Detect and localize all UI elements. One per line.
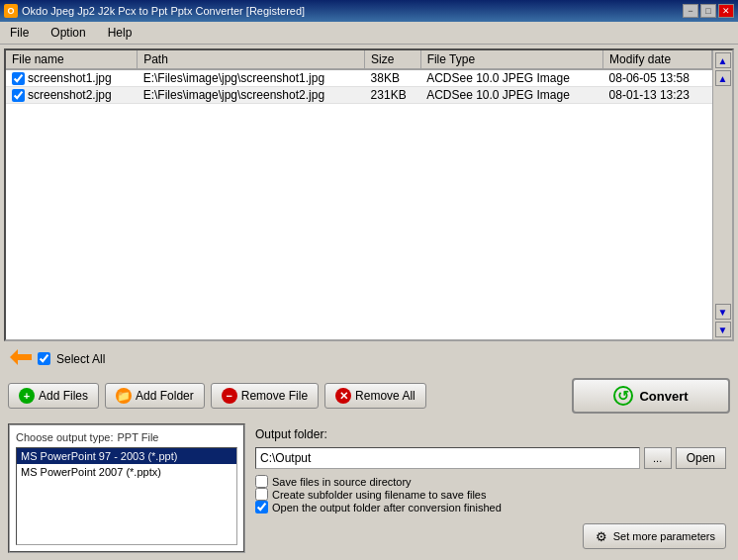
set-params-button[interactable]: ⚙ Set more parameters — [583, 523, 726, 549]
title-bar: O Okdo Jpeg Jp2 J2k Pcx to Ppt Pptx Conv… — [0, 0, 738, 22]
col-filename: File name — [6, 50, 138, 69]
option-label: Save files in source directory — [272, 476, 412, 488]
cell-path: E:\Files\image\jpg\screenshot1.jpg — [138, 69, 365, 87]
output-type-name: PPT File — [117, 431, 158, 443]
add-files-label: Add Files — [39, 389, 88, 403]
app-icon: O — [4, 4, 18, 18]
convert-button[interactable]: ↺ Convert — [572, 378, 730, 414]
output-folder-label: Output folder: — [255, 427, 327, 441]
browse-button[interactable]: ... — [644, 447, 672, 469]
table-row[interactable]: screenshot1.jpg E:\Files\image\jpg\scree… — [6, 69, 712, 87]
row-checkbox[interactable] — [12, 72, 25, 85]
output-list-item[interactable]: MS PowerPoint 2007 (*.pptx) — [17, 464, 236, 480]
select-all-row: Select All — [4, 345, 734, 372]
menu-file[interactable]: File — [4, 24, 35, 42]
remove-all-button[interactable]: ✕ Remove All — [324, 383, 426, 409]
remove-file-button[interactable]: − Remove File — [211, 383, 319, 409]
set-params-label: Set more parameters — [613, 530, 715, 542]
option-checkbox[interactable] — [255, 475, 268, 488]
option-label: Open the output folder after conversion … — [272, 502, 502, 513]
back-icon — [10, 349, 32, 368]
x-icon: ✕ — [335, 388, 351, 404]
option-checkbox-row: Open the output folder after conversion … — [255, 501, 726, 513]
filename-text: screenshot1.jpg — [28, 71, 112, 85]
convert-label: Convert — [639, 389, 688, 404]
row-checkbox[interactable] — [12, 89, 25, 102]
window-title: Okdo Jpeg Jp2 J2k Pcx to Ppt Pptx Conver… — [22, 5, 305, 17]
option-checkbox-row: Save files in source directory — [255, 475, 726, 488]
scroll-down-button[interactable]: ▼ — [715, 304, 731, 320]
folder-icon: 📁 — [116, 388, 132, 404]
col-modify: Modify date — [603, 50, 712, 69]
folder-path-row: Output folder: — [255, 427, 726, 441]
svg-marker-0 — [10, 349, 32, 365]
col-size: Size — [365, 50, 421, 69]
output-type-list[interactable]: MS PowerPoint 97 - 2003 (*.ppt)MS PowerP… — [16, 447, 237, 545]
add-files-button[interactable]: + Add Files — [8, 383, 99, 409]
main-content: File name Path Size File Type Modify dat… — [0, 45, 738, 560]
menu-bar: File Option Help — [0, 22, 738, 45]
scroll-panel: ▲ ▲ ▼ ▼ — [712, 50, 732, 339]
folder-input-row: ... Open — [255, 447, 726, 469]
convert-icon: ↺ — [613, 386, 633, 406]
output-type-label: Choose output type: — [16, 431, 113, 443]
cell-path: E:\Files\image\jpg\screenshot2.jpg — [138, 87, 365, 104]
toolbar-row: + Add Files 📁 Add Folder − Remove File ✕… — [4, 376, 734, 416]
menu-option[interactable]: Option — [45, 24, 91, 42]
maximize-button[interactable]: □ — [700, 4, 716, 18]
plus-icon: + — [19, 388, 35, 404]
option-label: Create subfolder using filename to save … — [272, 489, 486, 501]
select-all-label: Select All — [56, 352, 105, 366]
open-folder-button[interactable]: Open — [676, 447, 726, 469]
remove-file-label: Remove File — [241, 389, 308, 403]
title-bar-left: O Okdo Jpeg Jp2 J2k Pcx to Ppt Pptx Conv… — [4, 4, 305, 18]
cell-filetype: ACDSee 10.0 JPEG Image — [420, 87, 602, 104]
scroll-top-button[interactable]: ▲ — [715, 52, 731, 68]
cell-filename: screenshot2.jpg — [6, 87, 138, 104]
col-filetype: File Type — [420, 50, 602, 69]
option-checkbox[interactable] — [255, 501, 268, 513]
minus-icon: − — [222, 388, 237, 404]
add-folder-button[interactable]: 📁 Add Folder — [105, 383, 205, 409]
file-table: File name Path Size File Type Modify dat… — [6, 50, 712, 104]
cell-size: 231KB — [365, 87, 421, 104]
output-folder-input[interactable] — [255, 447, 640, 469]
cell-modify: 08-01-13 13:23 — [603, 87, 712, 104]
option-checkbox-row: Create subfolder using filename to save … — [255, 488, 726, 501]
scroll-up-button[interactable]: ▲ — [715, 70, 731, 86]
output-type-panel: Choose output type: PPT File MS PowerPoi… — [8, 423, 245, 553]
remove-all-label: Remove All — [355, 389, 415, 403]
menu-help[interactable]: Help — [102, 24, 138, 42]
scroll-bottom-button[interactable]: ▼ — [715, 322, 731, 337]
cell-modify: 08-06-05 13:58 — [603, 69, 712, 87]
select-all-checkbox[interactable] — [38, 352, 50, 365]
close-button[interactable]: ✕ — [718, 4, 734, 18]
cell-filetype: ACDSee 10.0 JPEG Image — [420, 69, 602, 87]
title-buttons: − □ ✕ — [683, 4, 734, 18]
col-path: Path — [138, 50, 365, 69]
gear-icon: ⚙ — [594, 528, 609, 544]
cell-size: 38KB — [365, 69, 421, 87]
bottom-section: Choose output type: PPT File MS PowerPoi… — [4, 420, 734, 557]
filename-text: screenshot2.jpg — [28, 88, 112, 102]
output-folder-panel: Output folder: ... Open Save files in so… — [251, 423, 730, 553]
option-checkbox[interactable] — [255, 488, 268, 501]
file-table-wrapper[interactable]: File name Path Size File Type Modify dat… — [6, 50, 712, 339]
add-folder-label: Add Folder — [136, 389, 194, 403]
cell-filename: screenshot1.jpg — [6, 69, 138, 87]
table-row[interactable]: screenshot2.jpg E:\Files\image\jpg\scree… — [6, 87, 712, 104]
file-list-container: File name Path Size File Type Modify dat… — [4, 48, 734, 341]
output-list-item[interactable]: MS PowerPoint 97 - 2003 (*.ppt) — [17, 448, 236, 464]
minimize-button[interactable]: − — [683, 4, 698, 18]
